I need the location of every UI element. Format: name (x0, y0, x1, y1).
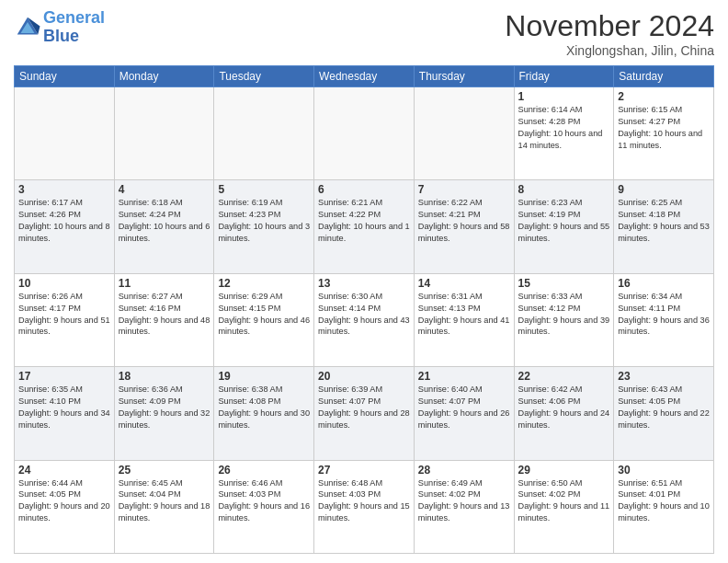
day-info: Sunrise: 6:27 AM Sunset: 4:16 PM Dayligh… (119, 291, 210, 339)
calendar-day-cell: 15Sunrise: 6:33 AM Sunset: 4:12 PM Dayli… (514, 273, 614, 366)
day-number: 6 (318, 183, 410, 196)
calendar-day-cell: 1Sunrise: 6:14 AM Sunset: 4:28 PM Daylig… (514, 87, 614, 180)
logo-icon (14, 14, 41, 41)
calendar-header-row: SundayMondayTuesdayWednesdayThursdayFrid… (15, 66, 714, 87)
calendar-day-cell: 6Sunrise: 6:21 AM Sunset: 4:22 PM Daylig… (314, 180, 415, 273)
day-info: Sunrise: 6:45 AM Sunset: 4:04 PM Dayligh… (119, 477, 210, 525)
calendar-day-cell: 12Sunrise: 6:29 AM Sunset: 4:15 PM Dayli… (214, 273, 314, 366)
calendar-day-cell: 10Sunrise: 6:26 AM Sunset: 4:17 PM Dayli… (15, 273, 115, 366)
calendar-header-friday: Friday (514, 66, 614, 87)
calendar-day-cell: 16Sunrise: 6:34 AM Sunset: 4:11 PM Dayli… (614, 273, 714, 366)
day-info: Sunrise: 6:14 AM Sunset: 4:28 PM Dayligh… (518, 104, 610, 152)
calendar-week-row: 10Sunrise: 6:26 AM Sunset: 4:17 PM Dayli… (15, 273, 714, 366)
calendar-day-cell: 18Sunrise: 6:36 AM Sunset: 4:09 PM Dayli… (114, 367, 214, 460)
day-number: 30 (618, 464, 710, 477)
calendar-day-cell (414, 87, 514, 180)
calendar-day-cell: 3Sunrise: 6:17 AM Sunset: 4:26 PM Daylig… (15, 180, 115, 273)
day-info: Sunrise: 6:40 AM Sunset: 4:07 PM Dayligh… (418, 384, 510, 431)
day-info: Sunrise: 6:42 AM Sunset: 4:06 PM Dayligh… (518, 384, 610, 431)
day-number: 17 (18, 370, 110, 383)
calendar-header-saturday: Saturday (614, 66, 714, 87)
calendar-day-cell: 8Sunrise: 6:23 AM Sunset: 4:19 PM Daylig… (514, 180, 614, 273)
day-info: Sunrise: 6:43 AM Sunset: 4:05 PM Dayligh… (618, 384, 710, 431)
day-number: 21 (418, 370, 510, 383)
day-info: Sunrise: 6:49 AM Sunset: 4:02 PM Dayligh… (418, 477, 510, 525)
calendar-day-cell: 4Sunrise: 6:18 AM Sunset: 4:24 PM Daylig… (114, 180, 214, 273)
calendar-header-sunday: Sunday (15, 66, 115, 87)
calendar-day-cell (15, 87, 115, 180)
day-number: 26 (218, 464, 310, 477)
day-info: Sunrise: 6:19 AM Sunset: 4:23 PM Dayligh… (218, 197, 310, 245)
day-number: 9 (618, 183, 710, 196)
day-info: Sunrise: 6:31 AM Sunset: 4:13 PM Dayligh… (418, 291, 510, 339)
day-info: Sunrise: 6:30 AM Sunset: 4:14 PM Dayligh… (318, 291, 410, 339)
day-number: 12 (218, 277, 310, 290)
calendar-week-row: 24Sunrise: 6:44 AM Sunset: 4:05 PM Dayli… (15, 460, 714, 553)
day-info: Sunrise: 6:44 AM Sunset: 4:05 PM Dayligh… (18, 477, 110, 525)
header: General Blue November 2024 Xinglongshan,… (14, 9, 714, 58)
day-number: 1 (518, 90, 610, 103)
calendar-day-cell: 14Sunrise: 6:31 AM Sunset: 4:13 PM Dayli… (414, 273, 514, 366)
day-info: Sunrise: 6:25 AM Sunset: 4:18 PM Dayligh… (618, 197, 710, 245)
day-info: Sunrise: 6:17 AM Sunset: 4:26 PM Dayligh… (18, 197, 110, 245)
logo: General Blue (14, 9, 105, 46)
day-number: 14 (418, 277, 510, 290)
location: Xinglongshan, Jilin, China (505, 43, 714, 58)
day-number: 18 (119, 370, 210, 383)
day-info: Sunrise: 6:26 AM Sunset: 4:17 PM Dayligh… (18, 291, 110, 339)
day-number: 27 (318, 464, 410, 477)
calendar-day-cell: 11Sunrise: 6:27 AM Sunset: 4:16 PM Dayli… (114, 273, 214, 366)
calendar-header-monday: Monday (114, 66, 214, 87)
calendar-week-row: 1Sunrise: 6:14 AM Sunset: 4:28 PM Daylig… (15, 87, 714, 180)
day-number: 29 (518, 464, 610, 477)
calendar-day-cell: 7Sunrise: 6:22 AM Sunset: 4:21 PM Daylig… (414, 180, 514, 273)
calendar-body: 1Sunrise: 6:14 AM Sunset: 4:28 PM Daylig… (15, 87, 714, 554)
calendar-day-cell: 26Sunrise: 6:46 AM Sunset: 4:03 PM Dayli… (214, 460, 314, 553)
page: General Blue November 2024 Xinglongshan,… (0, 0, 728, 563)
day-info: Sunrise: 6:48 AM Sunset: 4:03 PM Dayligh… (318, 477, 410, 525)
day-number: 10 (18, 277, 110, 290)
calendar-day-cell: 2Sunrise: 6:15 AM Sunset: 4:27 PM Daylig… (614, 87, 714, 180)
day-info: Sunrise: 6:35 AM Sunset: 4:10 PM Dayligh… (18, 384, 110, 431)
calendar-day-cell: 9Sunrise: 6:25 AM Sunset: 4:18 PM Daylig… (614, 180, 714, 273)
calendar-header-thursday: Thursday (414, 66, 514, 87)
day-number: 22 (518, 370, 610, 383)
calendar-day-cell: 30Sunrise: 6:51 AM Sunset: 4:01 PM Dayli… (614, 460, 714, 553)
day-info: Sunrise: 6:23 AM Sunset: 4:19 PM Dayligh… (518, 197, 610, 245)
calendar-day-cell: 17Sunrise: 6:35 AM Sunset: 4:10 PM Dayli… (15, 367, 115, 460)
calendar: SundayMondayTuesdayWednesdayThursdayFrid… (14, 65, 714, 554)
day-number: 2 (618, 90, 710, 103)
calendar-day-cell (114, 87, 214, 180)
month-title: November 2024 (505, 9, 714, 43)
calendar-day-cell (314, 87, 415, 180)
day-number: 15 (518, 277, 610, 290)
day-number: 5 (218, 183, 310, 196)
day-number: 24 (18, 464, 110, 477)
calendar-header-wednesday: Wednesday (314, 66, 415, 87)
day-info: Sunrise: 6:46 AM Sunset: 4:03 PM Dayligh… (218, 477, 310, 525)
calendar-day-cell: 24Sunrise: 6:44 AM Sunset: 4:05 PM Dayli… (15, 460, 115, 553)
day-number: 4 (119, 183, 210, 196)
calendar-day-cell: 23Sunrise: 6:43 AM Sunset: 4:05 PM Dayli… (614, 367, 714, 460)
day-number: 28 (418, 464, 510, 477)
calendar-day-cell (214, 87, 314, 180)
calendar-day-cell: 13Sunrise: 6:30 AM Sunset: 4:14 PM Dayli… (314, 273, 415, 366)
day-info: Sunrise: 6:29 AM Sunset: 4:15 PM Dayligh… (218, 291, 310, 339)
day-info: Sunrise: 6:22 AM Sunset: 4:21 PM Dayligh… (418, 197, 510, 245)
calendar-day-cell: 25Sunrise: 6:45 AM Sunset: 4:04 PM Dayli… (114, 460, 214, 553)
calendar-header-tuesday: Tuesday (214, 66, 314, 87)
day-info: Sunrise: 6:21 AM Sunset: 4:22 PM Dayligh… (318, 197, 410, 245)
calendar-week-row: 3Sunrise: 6:17 AM Sunset: 4:26 PM Daylig… (15, 180, 714, 273)
logo-text: General Blue (43, 9, 105, 46)
day-info: Sunrise: 6:36 AM Sunset: 4:09 PM Dayligh… (119, 384, 210, 431)
day-info: Sunrise: 6:50 AM Sunset: 4:02 PM Dayligh… (518, 477, 610, 525)
calendar-day-cell: 29Sunrise: 6:50 AM Sunset: 4:02 PM Dayli… (514, 460, 614, 553)
day-info: Sunrise: 6:34 AM Sunset: 4:11 PM Dayligh… (618, 291, 710, 339)
day-info: Sunrise: 6:51 AM Sunset: 4:01 PM Dayligh… (618, 477, 710, 525)
day-number: 8 (518, 183, 610, 196)
day-info: Sunrise: 6:39 AM Sunset: 4:07 PM Dayligh… (318, 384, 410, 431)
calendar-week-row: 17Sunrise: 6:35 AM Sunset: 4:10 PM Dayli… (15, 367, 714, 460)
calendar-day-cell: 28Sunrise: 6:49 AM Sunset: 4:02 PM Dayli… (414, 460, 514, 553)
title-block: November 2024 Xinglongshan, Jilin, China (505, 9, 714, 58)
day-info: Sunrise: 6:18 AM Sunset: 4:24 PM Dayligh… (119, 197, 210, 245)
